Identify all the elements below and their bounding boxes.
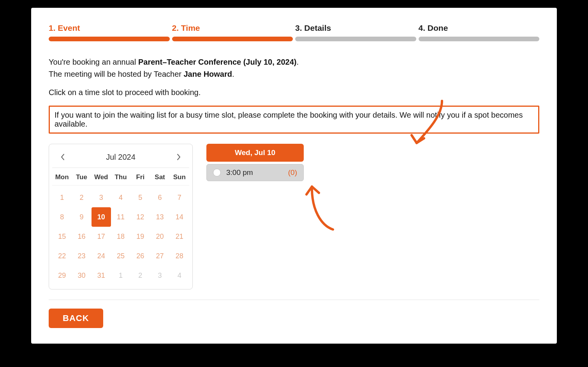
- calendar-dow: Sat: [150, 170, 169, 185]
- calendar-dow: Tue: [72, 170, 91, 185]
- step-label: 3. Details: [295, 23, 416, 33]
- slot-time-label: 3:00 pm: [226, 168, 283, 177]
- time-slot[interactable]: 3:00 pm(0): [206, 164, 304, 181]
- back-button[interactable]: BACK: [49, 309, 103, 328]
- calendar-day[interactable]: 9: [72, 207, 91, 227]
- calendar-dow: Sun: [170, 170, 189, 185]
- step-bar: [172, 37, 293, 41]
- calendar-day[interactable]: 10: [92, 207, 111, 227]
- calendar-day[interactable]: 26: [130, 246, 150, 266]
- calendar-day[interactable]: 23: [72, 246, 91, 266]
- intro-text: You're booking an annual Parent–Teacher …: [49, 56, 539, 80]
- calendar-day[interactable]: 20: [150, 227, 169, 246]
- calendar-day: 2: [130, 266, 150, 285]
- calendar-day[interactable]: 17: [92, 227, 111, 246]
- calendar-day: 3: [150, 266, 169, 285]
- chevron-right-icon: [176, 154, 181, 161]
- step-label: 2. Time: [172, 23, 293, 33]
- selected-day-header: Wed, Jul 10: [206, 144, 304, 162]
- step-bar: [419, 37, 540, 41]
- calendar-day[interactable]: 24: [92, 246, 111, 266]
- calendar-next-button[interactable]: [174, 152, 184, 162]
- calendar-day[interactable]: 15: [52, 227, 72, 246]
- calendar-day[interactable]: 16: [72, 227, 91, 246]
- annotation-arrow-icon: [282, 179, 341, 233]
- calendar-day[interactable]: 14: [170, 207, 189, 227]
- calendar-day[interactable]: 27: [150, 246, 169, 266]
- step-bar: [295, 37, 416, 41]
- calendar-day[interactable]: 25: [111, 246, 130, 266]
- calendar-day[interactable]: 22: [52, 246, 72, 266]
- content-row: Jul 2024 MonTueWedThuFriSatSun1234567891…: [49, 144, 539, 289]
- calendar-dow: Fri: [130, 170, 150, 185]
- progress-steps: 1. Event2. Time3. Details4. Done: [49, 23, 539, 41]
- calendar-day: 4: [170, 266, 189, 285]
- intro-host-suffix: .: [232, 70, 234, 78]
- slot-availability-count: (0): [288, 168, 297, 177]
- intro-host: Jane Howard: [184, 70, 232, 78]
- calendar-day[interactable]: 19: [130, 227, 150, 246]
- calendar-day[interactable]: 29: [52, 266, 72, 285]
- calendar-day[interactable]: 21: [170, 227, 189, 246]
- calendar-day[interactable]: 11: [111, 207, 130, 227]
- footer: BACK: [49, 309, 539, 328]
- calendar-day[interactable]: 8: [52, 207, 72, 227]
- calendar-dow: Thu: [111, 170, 130, 185]
- calendar-day[interactable]: 7: [170, 188, 189, 207]
- calendar-day[interactable]: 30: [72, 266, 91, 285]
- intro-prefix: You're booking an annual: [49, 58, 138, 66]
- radio-icon: [213, 169, 221, 176]
- intro-host-prefix: The meeting will be hosted by Teacher: [49, 70, 184, 78]
- step-bar: [49, 37, 170, 41]
- divider: [49, 300, 539, 300]
- booking-page: 1. Event2. Time3. Details4. Done You're …: [31, 8, 557, 344]
- step-3[interactable]: 3. Details: [295, 23, 416, 41]
- time-slots: Wed, Jul 10 3:00 pm(0): [206, 144, 304, 181]
- calendar-grid: MonTueWedThuFriSatSun1234567891011121314…: [52, 170, 189, 285]
- calendar-day[interactable]: 1: [52, 188, 72, 207]
- calendar-day[interactable]: 4: [111, 188, 130, 207]
- calendar-header: Jul 2024: [52, 150, 189, 168]
- calendar-day[interactable]: 12: [130, 207, 150, 227]
- step-4[interactable]: 4. Done: [419, 23, 540, 41]
- calendar-dow: Mon: [52, 170, 72, 185]
- intro-event: Parent–Teacher Conference (July 10, 2024…: [138, 58, 296, 66]
- calendar-day[interactable]: 5: [130, 188, 150, 207]
- calendar-day: 1: [111, 266, 130, 285]
- calendar-day[interactable]: 3: [92, 188, 111, 207]
- calendar-day[interactable]: 28: [170, 246, 189, 266]
- calendar-month-label: Jul 2024: [106, 153, 136, 162]
- calendar-day[interactable]: 18: [111, 227, 130, 246]
- step-label: 1. Event: [49, 23, 170, 33]
- calendar-day[interactable]: 31: [92, 266, 111, 285]
- calendar-day[interactable]: 13: [150, 207, 169, 227]
- step-1[interactable]: 1. Event: [49, 23, 170, 41]
- step-2[interactable]: 2. Time: [172, 23, 293, 41]
- calendar-prev-button[interactable]: [58, 152, 68, 162]
- calendar-dow: Wed: [92, 170, 111, 185]
- intro-event-suffix: .: [296, 58, 299, 66]
- calendar-day[interactable]: 2: [72, 188, 91, 207]
- step-label: 4. Done: [419, 23, 540, 33]
- waiting-list-notice: If you want to join the waiting list for…: [49, 106, 539, 134]
- chevron-left-icon: [60, 154, 65, 161]
- calendar-day[interactable]: 6: [150, 188, 169, 207]
- calendar: Jul 2024 MonTueWedThuFriSatSun1234567891…: [49, 144, 193, 289]
- instruction-text: Click on a time slot to proceed with boo…: [49, 88, 539, 97]
